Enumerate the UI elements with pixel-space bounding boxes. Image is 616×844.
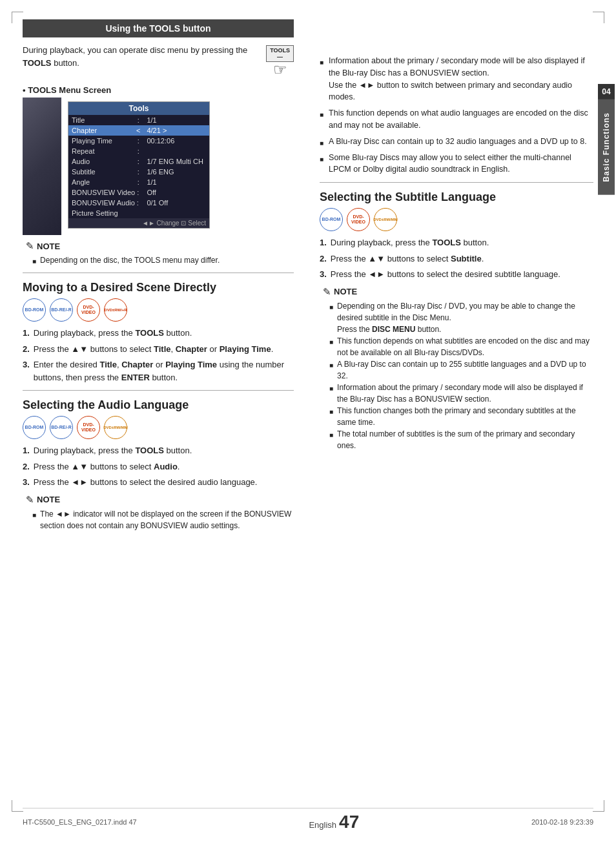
note-square-icon: ■ (329, 407, 333, 428)
bullet-text: This function depends on what audio lang… (329, 107, 593, 132)
audio-disc-badges: BD-ROM BD-RE/-R DVD-VIDEO DVD±RW/MM (23, 416, 294, 439)
row-colon: : (133, 136, 143, 146)
step-text: Press the ▲▼ buttons to select Title, Ch… (34, 343, 273, 356)
note-text: Depending on the Blu-ray Disc / DVD, you… (337, 300, 593, 335)
note-text: Information about the primary / secondar… (337, 382, 593, 405)
row-value: 00:12:06 (143, 136, 209, 146)
note-header: ✎ NOTE (26, 494, 294, 506)
step-text: During playback, press the TOOLS button. (34, 444, 192, 457)
row-colon: < (133, 125, 143, 136)
right-bullet-item: ■ A Blu-ray Disc can contain up to 32 au… (320, 136, 593, 148)
note-pencil-icon: ✎ (26, 494, 34, 506)
row-value: 1/1 (143, 177, 209, 187)
step-number: 2. (320, 252, 327, 265)
note-text: The total number of subtitles is the sum… (337, 428, 593, 451)
list-item: 2. Press the ▲▼ buttons to select Subtit… (320, 252, 593, 265)
row-label: Playing Time (68, 136, 133, 146)
bullet-sq-icon: ■ (320, 138, 323, 148)
row-colon: : (133, 167, 143, 177)
row-value: Off (143, 187, 209, 198)
row-label: Chapter (68, 125, 133, 136)
note-text: Depending on the disc, the TOOLS menu ma… (40, 254, 220, 266)
page-outer: Using the TOOLS button During playback, … (0, 0, 616, 844)
step-number: 2. (23, 460, 30, 473)
note-item: ■ Depending on the Blu-ray Disc / DVD, y… (329, 300, 593, 335)
subtitle-steps: 1. During playback, press the TOOLS butt… (320, 236, 593, 281)
right-top-bullets: ■ Information about the primary / second… (320, 55, 593, 176)
step-number: 3. (23, 358, 30, 384)
list-item: 1. During playback, press the TOOLS butt… (23, 444, 294, 457)
table-row: Audio : 1/7 ENG Multi CH (68, 156, 209, 167)
note-square-icon: ■ (329, 384, 333, 405)
disc-badge-dvd-mm: DVD±RW/MM (104, 416, 127, 439)
note-item: ■ The ◄► indicator will not be displayed… (32, 508, 294, 531)
bullet-text: Information about the primary / secondar… (329, 55, 593, 103)
list-item: 3. Press the ◄► buttons to select the de… (320, 268, 593, 281)
note-label: NOTE (37, 242, 60, 251)
moving-steps: 1. During playback, press the TOOLS butt… (23, 327, 294, 384)
note-square-icon: ■ (32, 256, 36, 266)
divider-moving (23, 273, 294, 273)
disc-badge-dvd-mm: DVD±RW/MM (374, 208, 397, 231)
row-label: Picture Setting (68, 208, 209, 218)
step-number: 3. (320, 268, 327, 281)
bullet-sq-icon: ■ (320, 154, 323, 176)
audio-steps: 1. During playback, press the TOOLS butt… (23, 444, 294, 489)
tools-menu-footer: ◄► Change ⊡ Select (68, 218, 209, 228)
step-text: Press the ◄► buttons to select the desir… (331, 268, 560, 281)
note-pencil-icon: ✎ (323, 286, 331, 298)
table-row: BONUSVIEW Audio : 0/1 Off (68, 198, 209, 208)
disc-badge-dvd-video: DVD-VIDEO (77, 416, 100, 439)
list-item: 1. During playback, press the TOOLS butt… (320, 236, 593, 249)
list-item: 2. Press the ▲▼ buttons to select Title,… (23, 343, 294, 356)
bullet-text: Some Blu-ray Discs may allow you to sele… (329, 152, 593, 176)
table-row: BONUSVIEW Video : Off (68, 187, 209, 198)
row-label: Subtitle (68, 167, 133, 177)
right-bullet-item: ■ Information about the primary / second… (320, 55, 593, 103)
table-row: Picture Setting (68, 208, 209, 218)
bullet-sq-icon: ■ (320, 110, 323, 132)
tools-menu-header: Tools (68, 102, 209, 115)
list-item: 3. Press the ◄► buttons to select the de… (23, 476, 294, 489)
intro-text-before: During playback, you can operate disc me… (23, 45, 247, 55)
moving-heading: Moving to a Desired Scene Directly (23, 281, 294, 294)
intro-bold: TOOLS (23, 58, 52, 68)
table-row: Angle : 1/1 (68, 177, 209, 187)
hand-icon: ☞ (273, 61, 287, 79)
row-label: Title (68, 115, 133, 125)
table-row: Repeat : (68, 146, 209, 156)
note-text: A Blu-ray Disc can contain up to 255 sub… (337, 358, 593, 382)
tools-title-box: Using the TOOLS button (23, 19, 294, 37)
note-text: This function depends on what subtitles … (337, 335, 593, 358)
step-text: Press the ◄► buttons to select the desir… (34, 476, 258, 489)
disc-badge-bd-ref: BD-RE/-R (50, 416, 73, 439)
tools-btn-box: TOOLS— (266, 45, 294, 62)
note-square-icon: ■ (32, 510, 36, 531)
disc-badge-dvd-video: DVD-VIDEO (347, 208, 370, 231)
table-row: Subtitle : 1/6 ENG (68, 167, 209, 177)
disc-badge-bd-rom: BD-ROM (320, 208, 343, 231)
note-item: ■ Information about the primary / second… (329, 382, 593, 405)
divider-audio (23, 390, 294, 391)
subtitle-heading: Selecting the Subtitle Language (320, 190, 593, 204)
subtitle-disc-badges: BD-ROM DVD-VIDEO DVD±RW/MM (320, 208, 593, 231)
bullet-sq-icon: ■ (320, 57, 323, 103)
row-label: Audio (68, 156, 133, 167)
table-row: Title : 1/1 (68, 115, 209, 125)
step-number: 1. (23, 327, 30, 340)
row-colon: : (133, 115, 143, 125)
page-footer: HT-C5500_ELS_ENG_0217.indd 47 English 47… (23, 808, 593, 832)
list-item: 2. Press the ▲▼ buttons to select Audio. (23, 460, 294, 473)
step-number: 1. (320, 236, 327, 249)
right-column: ■ Information about the primary / second… (307, 19, 593, 537)
row-colon: : (133, 156, 143, 167)
tools-button-icon: TOOLS— ☞ (266, 45, 294, 79)
row-label: Repeat (68, 146, 133, 156)
row-label: BONUSVIEW Video : (68, 187, 143, 198)
note-header: ✎ NOTE (323, 286, 593, 298)
note-text: This function changes both the primary a… (337, 405, 593, 428)
tools-menu-bullet: • TOOLS Menu Screen (23, 85, 294, 95)
disc-badge-dvd-video: DVD-VIDEO (77, 298, 100, 322)
row-value: 1/7 ENG Multi CH (143, 156, 209, 167)
table-row: Playing Time : 00:12:06 (68, 136, 209, 146)
